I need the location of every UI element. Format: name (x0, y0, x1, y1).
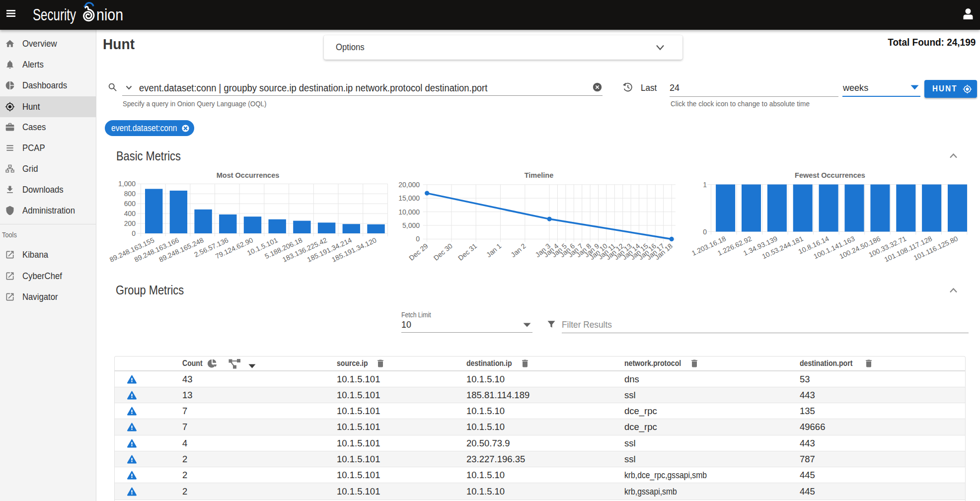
svg-text:600: 600 (124, 200, 136, 208)
svg-text:Most Occurrences: Most Occurrences (217, 171, 280, 179)
svg-text:Fewest Occurrences: Fewest Occurrences (795, 171, 865, 179)
svg-text:Jan 2: Jan 2 (509, 242, 528, 259)
svg-text:1,000: 1,000 (118, 180, 136, 188)
svg-text:0: 0 (416, 235, 420, 243)
svg-text:Jan 1: Jan 1 (485, 242, 503, 259)
svg-text:10,000: 10,000 (398, 208, 420, 216)
svg-text:400: 400 (124, 210, 136, 217)
svg-text:1: 1 (703, 181, 707, 189)
svg-text:5,000: 5,000 (402, 221, 420, 229)
svg-text:0: 0 (132, 229, 136, 237)
svg-text:Dec 30: Dec 30 (432, 242, 454, 262)
svg-text:0: 0 (703, 228, 707, 236)
svg-text:200: 200 (124, 219, 136, 227)
svg-text:Dec 31: Dec 31 (456, 242, 478, 262)
svg-text:800: 800 (124, 190, 136, 198)
svg-text:Timeline: Timeline (525, 171, 554, 179)
svg-text:Dec 29: Dec 29 (407, 242, 429, 262)
svg-text:20,000: 20,000 (398, 181, 420, 189)
svg-text:15,000: 15,000 (398, 194, 420, 202)
